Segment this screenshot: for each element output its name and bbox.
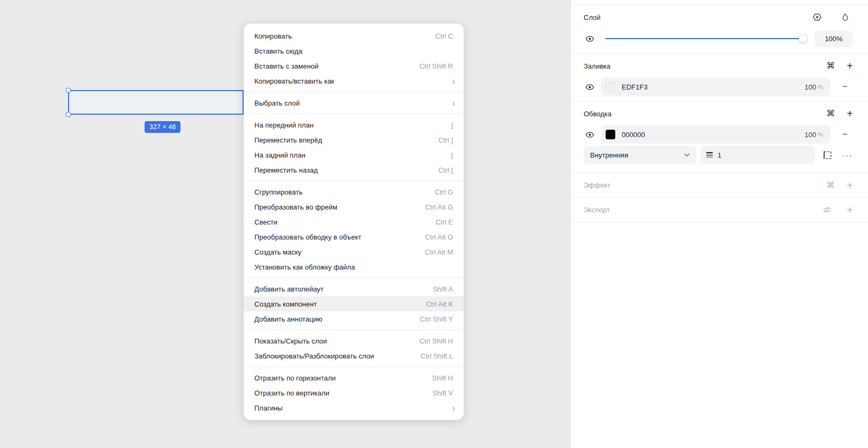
properties-panel: Слой [570, 0, 868, 448]
droplet-icon[interactable] [837, 13, 853, 22]
menu-item[interactable]: Показать/Скрыть слоиCtrl Shift H [244, 333, 464, 348]
stroke-opacity-value[interactable]: 100 [805, 131, 817, 139]
menu-item-shortcut: ] [451, 121, 453, 129]
menu-item[interactable]: На передний план] [244, 117, 464, 132]
menu-item-shortcut: Ctrl E [436, 218, 454, 226]
menu-item[interactable]: Отразить по вертикалиShift V [244, 385, 464, 400]
menu-item-shortcut: Ctrl Alt G [425, 203, 453, 211]
add-stroke-icon[interactable]: + [847, 108, 853, 119]
fill-opacity-value[interactable]: 100 [805, 83, 817, 91]
stroke-per-side-icon[interactable] [819, 151, 835, 160]
menu-item-label: Создать компонент [254, 300, 426, 308]
menu-item-label: Отразить по вертикали [254, 389, 433, 397]
stroke-color-row: 000000 100 % − [584, 125, 853, 146]
menu-item[interactable]: Копировать/вставить как› [244, 73, 464, 88]
menu-divider [244, 278, 464, 278]
menu-item-label: Переместить вперёд [254, 136, 439, 144]
menu-item[interactable]: СвестиCtrl E [244, 214, 464, 229]
menu-item[interactable]: Отразить по горизонталиShift H [244, 370, 464, 385]
submenu-arrow-icon: › [452, 77, 455, 86]
fill-section-title: Заливка [584, 62, 826, 70]
section-divider [571, 222, 868, 222]
menu-item-shortcut: Ctrl Alt K [426, 300, 453, 308]
blend-mode-icon[interactable] [809, 12, 825, 22]
menu-item-label: Переместить назад [254, 166, 439, 174]
selection-handle-bottom-left[interactable] [66, 112, 71, 117]
panel-top-divider [571, 0, 868, 5]
fill-color-swatch[interactable] [606, 82, 615, 92]
menu-item-label: Выбрать слой [254, 99, 452, 107]
stroke-position-dropdown[interactable]: Внутренняя [584, 146, 696, 164]
menu-item-label: На передний план [254, 121, 451, 129]
menu-item-label: Заблокировать/Разблокировать слои [254, 352, 420, 360]
fill-visibility-eye-icon[interactable] [584, 83, 595, 92]
menu-item[interactable]: Преобразовать во фреймCtrl Alt G [244, 199, 464, 214]
menu-item-shortcut: Ctrl Alt M [425, 248, 453, 256]
fill-hex-value[interactable]: EDF1F3 [622, 83, 805, 91]
selection-handle-top-left[interactable] [66, 88, 71, 93]
menu-item-label: Установить как обложку файла [254, 263, 453, 271]
submenu-arrow-icon: › [452, 99, 455, 108]
slider-track [605, 38, 806, 40]
app-window: 327 × 46 КопироватьCtrl CВставить сюдаВс… [0, 0, 868, 448]
layer-opacity-value[interactable]: 100% [814, 31, 853, 47]
menu-item[interactable]: СгруппироватьCtrl G [244, 184, 464, 199]
menu-item-shortcut: Shift H [432, 374, 453, 382]
menu-item-shortcut: Ctrl Shift H [419, 337, 453, 345]
menu-item-label: Копировать/вставить как [254, 77, 452, 85]
menu-item[interactable]: Создать компонентCtrl Alt K [244, 296, 464, 311]
stroke-visibility-eye-icon[interactable] [584, 130, 595, 139]
menu-item[interactable]: Создать маскуCtrl Alt M [244, 244, 464, 259]
layer-opacity-slider[interactable] [605, 29, 806, 48]
menu-item[interactable]: Переместить назадCtrl [ [244, 162, 464, 177]
menu-item[interactable]: Преобразовать обводку в объектCtrl Alt O [244, 229, 464, 244]
menu-item-label: Отразить по горизонтали [254, 374, 432, 382]
effect-styles-icon[interactable]: ⌘ [826, 181, 835, 190]
add-effect-icon[interactable]: + [847, 180, 853, 191]
menu-item-shortcut: Ctrl G [435, 188, 453, 196]
fill-styles-icon[interactable]: ⌘ [826, 62, 835, 70]
add-fill-icon[interactable]: + [847, 61, 853, 71]
menu-item[interactable]: Добавить аннотациюCtrl Shift Y [244, 311, 464, 326]
fill-color-field[interactable]: EDF1F3 100 % [601, 78, 831, 96]
layer-section: Слой [571, 5, 868, 54]
export-settings-icon[interactable] [819, 205, 835, 214]
menu-item[interactable]: Выбрать слой› [244, 95, 464, 110]
menu-item-shortcut: Shift V [433, 389, 453, 397]
menu-item-label: Вставить сюда [254, 47, 453, 55]
stroke-color-field[interactable]: 000000 100 % [601, 125, 831, 144]
stroke-hex-value[interactable]: 000000 [622, 131, 805, 139]
menu-item-shortcut: Ctrl Shift L [420, 352, 453, 360]
stroke-weight-field[interactable]: 1 [700, 146, 815, 164]
menu-item-shortcut: Ctrl [ [439, 166, 453, 174]
menu-item-shortcut: [ [451, 151, 453, 159]
stroke-color-swatch[interactable] [606, 130, 615, 139]
stroke-advanced-icon[interactable]: ··· [842, 151, 853, 160]
effect-section-title: Эффект [584, 181, 826, 189]
effect-section: Эффект ⌘ + [571, 173, 868, 197]
menu-item[interactable]: Переместить вперёдCtrl ] [244, 132, 464, 147]
chevron-down-icon [684, 153, 690, 157]
menu-item[interactable]: На задний план[ [244, 147, 464, 162]
layer-visibility-eye-icon[interactable] [584, 34, 595, 43]
menu-item[interactable]: Вставить с заменойCtrl Shift R [244, 58, 464, 73]
menu-item[interactable]: Установить как обложку файла [244, 259, 464, 274]
menu-item-shortcut: Ctrl Shift Y [420, 315, 453, 323]
remove-stroke-icon[interactable]: − [837, 129, 853, 140]
stroke-options-row: Внутренняя 1 [584, 146, 853, 173]
menu-item[interactable]: Вставить сюда [244, 43, 464, 58]
slider-thumb[interactable] [799, 35, 807, 43]
stroke-styles-icon[interactable]: ⌘ [826, 109, 835, 118]
menu-item-shortcut: Ctrl C [435, 32, 453, 40]
remove-fill-icon[interactable]: − [837, 81, 853, 92]
menu-item-shortcut: Ctrl Shift R [419, 62, 453, 70]
add-export-icon[interactable]: + [847, 205, 853, 215]
menu-item[interactable]: Добавить автолейаутShift A [244, 281, 464, 296]
layer-section-title: Слой [584, 13, 809, 21]
menu-item-label: Свести [254, 218, 436, 226]
menu-item[interactable]: Плагины› [244, 400, 464, 415]
menu-item[interactable]: Заблокировать/Разблокировать слоиCtrl Sh… [244, 348, 464, 363]
menu-item-label: Преобразовать обводку в объект [254, 233, 425, 241]
menu-item[interactable]: КопироватьCtrl C [244, 28, 464, 43]
selected-rectangle[interactable] [68, 90, 244, 115]
